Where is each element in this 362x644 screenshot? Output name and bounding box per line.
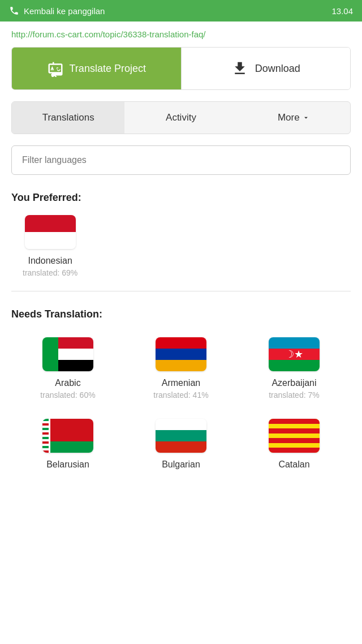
download-button[interactable]: Download xyxy=(181,48,351,89)
url-bar[interactable]: http://forum.cs-cart.com/topic/36338-tra… xyxy=(0,22,362,47)
back-label: Kembali ke panggilan xyxy=(24,6,105,16)
preferred-lang-grid: Indonesian translated: 69% xyxy=(0,215,362,291)
chevron-down-icon xyxy=(302,114,310,122)
lang-name-belarusian: Belarusian xyxy=(46,460,89,470)
filter-wrap xyxy=(11,145,351,175)
flag-armenian xyxy=(156,337,206,371)
lang-item-arabic[interactable]: Arabic translated: 60% xyxy=(11,332,124,413)
lang-name-armenian: Armenian xyxy=(162,378,200,388)
flag-indonesian xyxy=(25,215,76,249)
lang-item-belarusian[interactable]: Belarusian xyxy=(11,413,124,486)
flag-arabic xyxy=(42,337,93,371)
tab-translations[interactable]: Translations xyxy=(12,102,124,134)
action-buttons: Translate Project Download xyxy=(11,47,351,90)
needs-heading: Needs Translation: xyxy=(0,303,362,332)
tab-activity[interactable]: Activity xyxy=(124,102,237,134)
lang-item-bulgarian[interactable]: Bulgarian xyxy=(124,413,238,486)
lang-item-azerbaijani[interactable]: ☽★ Azerbaijani translated: 7% xyxy=(238,332,351,413)
time: 13.04 xyxy=(331,6,353,16)
tab-more[interactable]: More xyxy=(238,102,350,134)
lang-name-arabic: Arabic xyxy=(55,378,80,388)
lang-name-indonesian: Indonesian xyxy=(28,256,72,266)
lang-percent-azerbaijani: translated: 7% xyxy=(269,390,320,400)
lang-name-azerbaijani: Azerbaijani xyxy=(272,378,316,388)
lang-item-indonesian[interactable]: Indonesian translated: 69% xyxy=(11,215,89,291)
lang-name-bulgarian: Bulgarian xyxy=(162,460,200,470)
translate-button[interactable]: Translate Project xyxy=(12,48,181,89)
translate-label: Translate Project xyxy=(70,63,146,75)
preferred-heading: You Preferred: xyxy=(0,186,362,215)
lang-percent-armenian: translated: 41% xyxy=(153,390,208,400)
flag-azerbaijani: ☽★ xyxy=(269,337,320,371)
lang-item-armenian[interactable]: Armenian translated: 41% xyxy=(124,332,238,413)
divider-1 xyxy=(11,291,351,291)
url-text: http://forum.cs-cart.com/topic/36338-tra… xyxy=(11,29,205,39)
flag-bulgarian xyxy=(156,419,206,453)
status-bar: Kembali ke panggilan 13.04 xyxy=(0,0,362,22)
lang-percent-arabic: translated: 60% xyxy=(40,390,95,400)
lang-percent-indonesian: translated: 69% xyxy=(23,268,77,277)
lang-name-catalan: Catalan xyxy=(278,460,309,470)
filter-input[interactable] xyxy=(11,145,351,175)
download-label: Download xyxy=(255,63,300,75)
status-bar-left: Kembali ke panggilan xyxy=(9,6,105,16)
phone-icon xyxy=(9,6,19,16)
lang-item-catalan[interactable]: Catalan xyxy=(238,413,351,486)
flag-catalan xyxy=(269,419,320,453)
download-icon xyxy=(231,60,248,77)
flag-belarusian xyxy=(42,419,93,453)
translate-icon xyxy=(47,60,64,77)
tabs: Translations Activity More xyxy=(11,101,351,134)
needs-lang-grid: Arabic translated: 60% Armenian translat… xyxy=(0,332,362,486)
